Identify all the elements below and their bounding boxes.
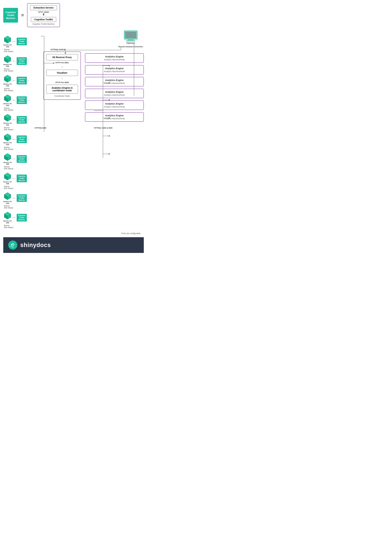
cube-icon-7 bbox=[3, 153, 12, 161]
cube-icon-6 bbox=[3, 133, 12, 142]
right-block: Analytics Engine Analytics Machine/Node … bbox=[85, 30, 144, 230]
http-9200-label: HTTP Port:9200 bbox=[55, 82, 69, 84]
svg-rect-1 bbox=[125, 32, 136, 38]
cube-icon-5 bbox=[3, 113, 12, 122]
cube-icon-4 bbox=[3, 94, 12, 102]
source-ctm-6: CognitiveToolkitMachine bbox=[17, 135, 27, 143]
analytics-node-5: Analytics Engine Analytics Machine/Node bbox=[85, 101, 144, 110]
https-9200-9300-label: HTTP(S): 9200 & 9300 bbox=[94, 127, 112, 129]
source-item-3: Window APISMB ⟵ CognitiveToolkitMachine … bbox=[3, 75, 41, 92]
cognitive-toolkit-box: Cognitive Toolkit bbox=[31, 17, 56, 22]
ports-note: Ports are configurable bbox=[3, 232, 144, 235]
full-diagram: Operator Remote Desktop Connection HTTP(… bbox=[3, 30, 144, 230]
http-5601-label: HTTP Port:5601 bbox=[55, 62, 69, 64]
main-container: Cognitive Toolkit Machine = Extraction S… bbox=[0, 0, 147, 256]
arrow-down-from-operator: ↓ bbox=[61, 47, 63, 51]
extraction-service-box: Extraction Service bbox=[30, 5, 57, 10]
analytics-node-2: Analytics Engine Analytics Machine/Node bbox=[85, 65, 144, 75]
source-item-10: Window APISMB ⟵ CognitiveToolkitMachine … bbox=[3, 211, 41, 228]
ctm-legend-badge: Cognitive Toolkit Machine bbox=[3, 8, 18, 23]
coordinator-outer: IIS Reverse Proxy HTTP Port:5601 ↓ Visua… bbox=[43, 52, 81, 100]
left-block: Window APISMB ⟵ CognitiveToolkitMachine … bbox=[3, 35, 41, 230]
analytics-node-1: Analytics Engine Analytics Machine/Node bbox=[85, 53, 144, 63]
legend-section: Cognitive Toolkit Machine = Extraction S… bbox=[3, 3, 144, 27]
analytics-node-3: Analytics Engine Analytics Machine/Node bbox=[85, 77, 144, 86]
operator-label: Operator bbox=[126, 42, 135, 44]
source-ctm-9: CognitiveToolkitMachine bbox=[17, 194, 27, 202]
source-ctm-3: CognitiveToolkitMachine bbox=[17, 77, 27, 84]
source-ctm-4: CognitiveToolkitMachine bbox=[17, 96, 27, 104]
source-ctm-5: CognitiveToolkitMachine bbox=[17, 116, 27, 124]
analytics-engine-box: Analytics Engine in coordinator mode bbox=[46, 85, 78, 93]
legend-box: Extraction Service HTTP: 55555 ⇕ Cogniti… bbox=[27, 3, 60, 27]
visualizer-box: Visualizer bbox=[46, 70, 78, 76]
cube-icon-1 bbox=[3, 35, 12, 44]
legend-subtitle: Cognitive Toolkit Machine bbox=[33, 23, 55, 25]
center-block: ↓ IIS Reverse Proxy HTTP Port:5601 ↓ Vis… bbox=[42, 30, 82, 230]
remote-desktop-label: Remote Desktop Connection bbox=[118, 46, 143, 48]
iis-reverse-proxy-box: IIS Reverse Proxy bbox=[46, 54, 78, 60]
operator-section: Operator Remote Desktop Connection bbox=[118, 30, 144, 48]
source-ctm-8: CognitiveToolkitMachine bbox=[17, 175, 27, 182]
cube-icon-2 bbox=[3, 55, 12, 64]
source-item-2: Window APISMB ⟵ CognitiveToolkitMachine … bbox=[3, 55, 41, 72]
source-ctm-10: CognitiveToolkitMachine bbox=[17, 214, 27, 222]
coordinator-node-label: Coordinator Node bbox=[54, 95, 70, 97]
source-item-7: Window APISMB ⟵ CognitiveToolkitMachine … bbox=[3, 153, 41, 170]
source-ctm-7: CognitiveToolkitMachine bbox=[17, 155, 27, 163]
source-item-6: Window APISMB ⟵ CognitiveToolkitMachine … bbox=[3, 133, 41, 150]
cube-icon-10 bbox=[3, 211, 12, 220]
cube-icon-8 bbox=[3, 172, 12, 181]
svg-rect-2 bbox=[128, 39, 134, 40]
cube-icon-3 bbox=[3, 75, 12, 83]
cube-icon-9 bbox=[3, 192, 12, 200]
equals-sign: = bbox=[21, 13, 24, 18]
diagram-row: Window APISMB ⟵ CognitiveToolkitMachine … bbox=[3, 30, 144, 230]
source-item-9: Window APISMB ⟵ CognitiveToolkitMachine … bbox=[3, 192, 41, 209]
analytics-node-6: Analytics Engine Analytics Machine/Node bbox=[85, 112, 144, 122]
http-arrow-label: HTTP: 55555 ⇕ bbox=[38, 11, 49, 16]
footer-brand-name: shinydocs bbox=[20, 242, 51, 249]
source-item-4: Window APISMB ⟵ CognitiveToolkitMachine … bbox=[3, 94, 41, 111]
source-item-8: Window APISMB ⟵ CognitiveToolkitMachine … bbox=[3, 172, 41, 189]
source-ctm-1: CognitiveToolkitMachine bbox=[17, 38, 27, 45]
footer: shinydocs bbox=[3, 237, 144, 253]
analytics-node-4: Analytics Engine Analytics Machine/Node bbox=[85, 89, 144, 98]
source-ctm-2: CognitiveToolkitMachine bbox=[17, 57, 27, 65]
shinydocs-logo-icon bbox=[8, 240, 18, 250]
computer-icon bbox=[123, 30, 138, 42]
source-item-1: Window APISMB ⟵ CognitiveToolkitMachine … bbox=[3, 35, 41, 52]
svg-rect-3 bbox=[126, 40, 135, 41]
